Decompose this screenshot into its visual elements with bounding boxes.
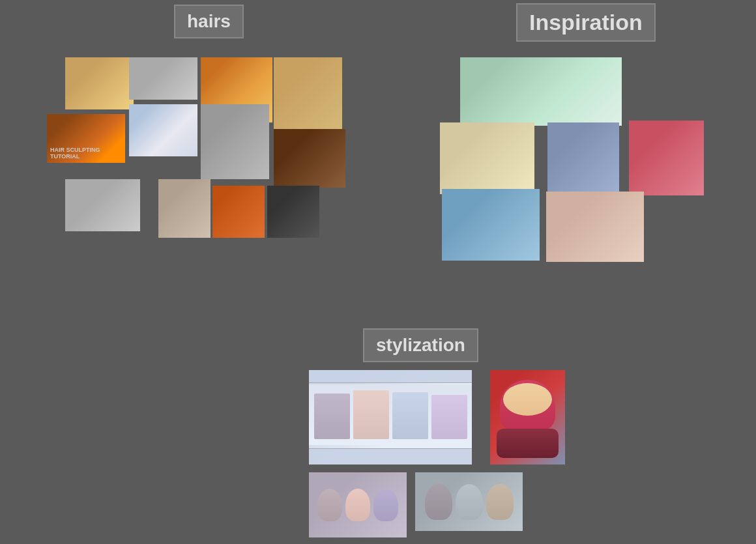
stylization-image-browser[interactable] — [309, 370, 472, 465]
hairs-image-blonde-wavy[interactable] — [274, 57, 342, 129]
hairs-image-hair-screen[interactable] — [267, 186, 319, 238]
hairs-image-gray-hair-3d[interactable] — [201, 104, 269, 179]
sculpt-tutorial-label: HAIR SCULPTING TUTORIAL — [50, 147, 125, 160]
hairs-image-wavy-sculpt[interactable] — [158, 179, 211, 238]
hairs-image-anime-chars[interactable] — [65, 57, 134, 109]
stylization-label: stylization — [363, 328, 478, 362]
stylization-image-heads2[interactable] — [415, 472, 523, 531]
inspiration-image-main[interactable] — [460, 57, 622, 126]
hairs-image-white-hair[interactable] — [129, 104, 197, 156]
inspiration-image-red-kimono[interactable] — [629, 121, 704, 195]
hairs-image-orange-hair[interactable] — [212, 186, 265, 238]
hairs-image-sculpt-tutorial[interactable]: HAIR SCULPTING TUTORIAL — [47, 114, 125, 163]
inspiration-image-flowers[interactable] — [440, 122, 534, 194]
hairs-image-3d-head[interactable] — [129, 57, 197, 100]
hairs-label: hairs — [174, 5, 244, 38]
inspiration-image-blue-girl[interactable] — [547, 122, 619, 194]
stylization-image-redhead[interactable] — [490, 370, 565, 465]
hairs-image-gray-hair-refs[interactable] — [65, 179, 140, 231]
inspiration-label: Inspiration — [516, 3, 656, 42]
inspiration-image-mermaid[interactable] — [442, 189, 540, 261]
stylization-image-heads1[interactable] — [309, 472, 407, 537]
inspiration-image-flowers2[interactable] — [546, 192, 644, 262]
hairs-image-brown-hair-side[interactable] — [274, 129, 345, 188]
